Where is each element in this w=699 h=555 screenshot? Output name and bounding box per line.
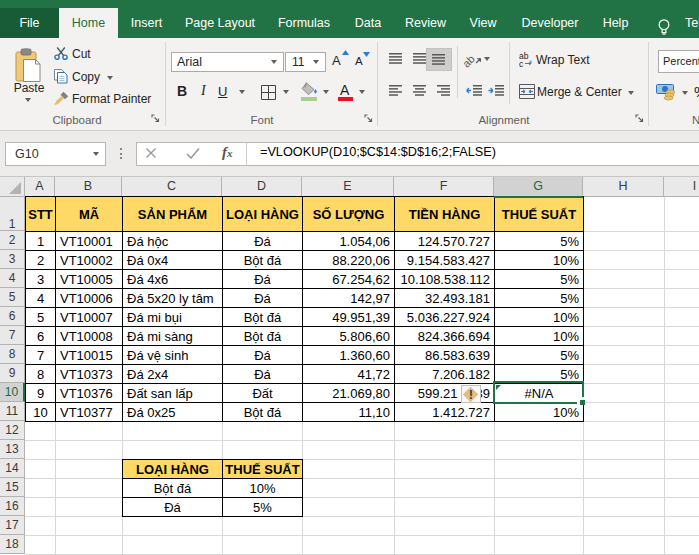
svg-text:ab: ab xyxy=(463,53,477,68)
